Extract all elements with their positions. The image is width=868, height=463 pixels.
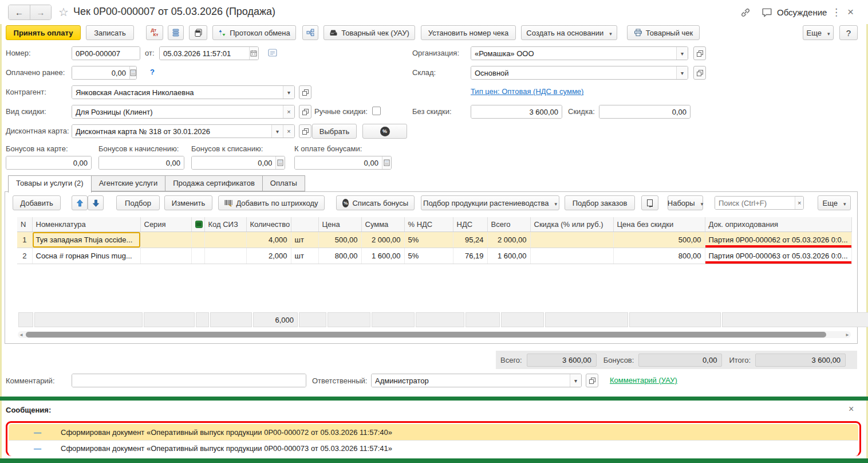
bonus-on-card-field[interactable]: [6, 156, 92, 170]
add-row-button[interactable]: Добавить: [13, 195, 61, 210]
col-doc[interactable]: Док. оприходования: [705, 217, 851, 231]
scroll-left-icon[interactable]: ◄: [18, 332, 25, 338]
window-close-icon[interactable]: ×: [847, 6, 854, 18]
col-price[interactable]: Цена: [318, 217, 361, 231]
copy-documents-button[interactable]: [189, 25, 207, 40]
col-kod-siz[interactable]: Код СИЗ: [204, 217, 246, 231]
bonus-to-writeoff-field[interactable]: [191, 156, 285, 170]
set-receipt-number-button[interactable]: Установить номер чека: [421, 25, 516, 40]
chevron-down-icon[interactable]: ▾: [676, 47, 688, 60]
organization-field[interactable]: ▾: [471, 46, 688, 60]
create-based-on-button[interactable]: Создать на основании: [521, 25, 617, 40]
price-type-link[interactable]: Тип цен: Оптовая (НДС в сумме): [471, 87, 583, 96]
warehouse-field[interactable]: ▾: [471, 66, 688, 80]
date-input[interactable]: [160, 47, 249, 60]
active-cell[interactable]: Туя западная Thuja occide...: [32, 231, 140, 248]
message-item[interactable]: — Сформирован документ «Оперативный выпу…: [9, 424, 858, 440]
organization-open-button[interactable]: [693, 46, 706, 60]
chevron-down-icon[interactable]: ▾: [676, 66, 688, 79]
col-vat-pct[interactable]: % НДС: [404, 217, 453, 231]
chevron-down-icon[interactable]: ▾: [570, 374, 581, 387]
clear-icon[interactable]: ×: [283, 105, 294, 118]
discount-kind-input[interactable]: [72, 105, 283, 118]
paid-earlier-hint[interactable]: ?: [150, 68, 155, 76]
table-row[interactable]: 2 Сосна # горная Pinus mug... 2,000 шт 8…: [17, 248, 851, 264]
pay-by-bonuses-input[interactable]: [295, 156, 382, 169]
col-marking[interactable]: [191, 217, 204, 231]
counterparty-field[interactable]: ▾: [72, 85, 295, 99]
date-field[interactable]: [159, 46, 259, 60]
col-price-no-disc[interactable]: Цена без скидки: [613, 217, 705, 231]
warehouse-input[interactable]: [471, 66, 676, 79]
pick-orders-button[interactable]: Подбор заказов: [565, 195, 635, 210]
calculator-icon[interactable]: [382, 156, 391, 169]
no-discount-input[interactable]: [471, 105, 562, 118]
clear-icon[interactable]: ×: [283, 125, 294, 138]
comment-input[interactable]: [72, 374, 306, 387]
organization-input[interactable]: [471, 47, 676, 60]
table-more-button[interactable]: Еще: [818, 195, 851, 210]
manual-discounts-checkbox[interactable]: [372, 107, 381, 115]
discount-field[interactable]: [599, 105, 691, 119]
help-button[interactable]: ?: [839, 25, 858, 40]
receipt-uau-button[interactable]: Товарный чек (УАУ): [323, 25, 415, 40]
calendar-icon[interactable]: [249, 47, 259, 60]
message-item[interactable]: — Сформирован документ «Оперативный выпу…: [9, 440, 858, 456]
counterparty-open-button[interactable]: [299, 85, 311, 99]
add-by-barcode-button[interactable]: Добавить по штрихкоду: [218, 195, 325, 210]
save-button[interactable]: Записать: [86, 25, 134, 40]
paid-earlier-input[interactable]: [72, 66, 129, 79]
number-field[interactable]: [72, 46, 140, 60]
tab-goods-services[interactable]: Товары и услуги (2): [8, 175, 92, 193]
table-row[interactable]: 1 Туя западная Thuja occide... 4,000 шт …: [17, 231, 851, 248]
move-up-button[interactable]: [72, 195, 88, 210]
col-n[interactable]: N: [17, 217, 32, 231]
calculator-icon[interactable]: [275, 156, 285, 169]
scroll-right-icon[interactable]: ►: [844, 332, 851, 338]
col-vat[interactable]: НДС: [453, 217, 487, 231]
bonus-to-accrue-input[interactable]: [99, 156, 184, 169]
bonus-to-accrue-field[interactable]: [98, 156, 184, 170]
discussion-control[interactable]: Обсуждение: [762, 7, 827, 17]
kebab-menu-icon[interactable]: ⋮: [831, 6, 841, 18]
responsible-field[interactable]: ▾: [371, 374, 582, 387]
card-discounts-button[interactable]: %: [362, 124, 407, 139]
messages-close-icon[interactable]: ×: [849, 404, 854, 414]
search-field[interactable]: ×: [715, 196, 804, 210]
exchange-protocol-button[interactable]: Протокол обмена: [212, 25, 296, 40]
col-unit[interactable]: [291, 217, 318, 231]
discount-card-field[interactable]: ▾ ×: [72, 124, 295, 138]
clear-search-icon[interactable]: ×: [795, 197, 803, 209]
move-down-button[interactable]: [88, 195, 104, 210]
tab-agent-services[interactable]: Агентские услуги: [91, 175, 166, 191]
discount-card-input[interactable]: [72, 125, 271, 138]
discount-kind-open-button[interactable]: [299, 105, 311, 119]
journal-button[interactable]: [168, 25, 184, 40]
col-sum[interactable]: Сумма: [361, 217, 404, 231]
responsible-open-button[interactable]: [586, 374, 598, 387]
writeoff-bonuses-button[interactable]: % Списать бонусы: [336, 195, 415, 210]
col-total[interactable]: Всего: [487, 217, 530, 231]
dtkt-postings-button[interactable]: ДтКт: [146, 25, 163, 40]
col-qty[interactable]: Количество: [246, 217, 291, 231]
receipt-print-button[interactable]: Товарный чек: [627, 25, 700, 40]
scrollbar-thumb[interactable]: [26, 332, 826, 338]
back-button[interactable]: ←: [9, 5, 30, 19]
col-seria[interactable]: Серия: [140, 217, 191, 231]
edit-row-button[interactable]: Изменить: [164, 195, 212, 210]
more-button[interactable]: Еще: [803, 25, 834, 40]
col-nomenclature[interactable]: Номенклатура: [32, 217, 140, 231]
paid-earlier-field[interactable]: [72, 66, 137, 80]
bonus-to-writeoff-input[interactable]: [192, 156, 275, 169]
bonus-on-card-input[interactable]: [6, 156, 91, 169]
chevron-down-icon[interactable]: ▾: [283, 86, 294, 99]
forward-button[interactable]: →: [30, 5, 51, 19]
structure-button[interactable]: [302, 25, 318, 40]
discount-input[interactable]: [599, 105, 690, 118]
search-input[interactable]: [715, 197, 795, 209]
column-width-button[interactable]: [641, 195, 658, 210]
discount-card-open-button[interactable]: [299, 124, 311, 138]
comment-field[interactable]: [72, 374, 306, 387]
calculator-icon[interactable]: [129, 66, 136, 79]
chevron-down-icon[interactable]: ▾: [271, 125, 283, 138]
